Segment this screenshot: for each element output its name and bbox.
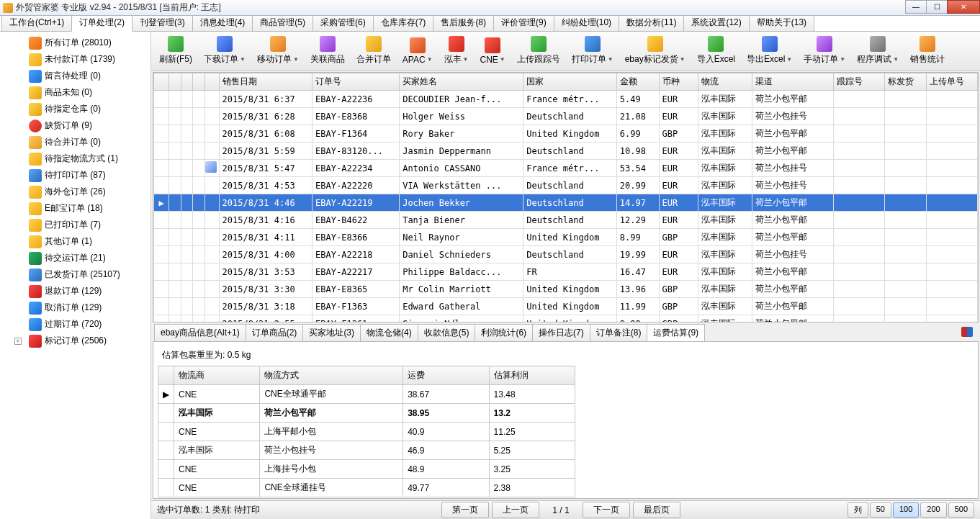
prev-page-button[interactable]: 上一页 (492, 502, 539, 518)
sidebar-item-3[interactable]: 商品未知 (0) (0, 84, 150, 101)
detail-tab-4[interactable]: 收款信息(5) (418, 324, 476, 341)
detail-tab-0[interactable]: ebay商品信息(Alt+1) (154, 324, 246, 341)
toolbar-btn-9[interactable]: 打印订单▼ (567, 34, 619, 68)
freight-row[interactable]: 泓丰国际荷兰小包挂号46.95.25 (158, 441, 575, 460)
grid-header-5[interactable]: 销售日期 (219, 73, 313, 91)
grid-row[interactable]: 2015/8/31 3:18EBAY-F1363Edward GatheralU… (154, 298, 978, 315)
grid-header-7[interactable]: 买家姓名 (400, 73, 523, 91)
grid-header-0[interactable] (154, 73, 169, 91)
grid-header-12[interactable]: 渠道 (752, 73, 834, 91)
grid-row[interactable]: 2015/8/31 5:47EBAY-A22234Antonio CASSANO… (154, 160, 978, 177)
top-tab-10[interactable]: 数据分析(11) (619, 14, 684, 31)
toolbar-btn-11[interactable]: 导入Excel (692, 34, 740, 68)
sidebar-item-17[interactable]: 过期订单 (720) (0, 316, 150, 333)
detail-tab-8[interactable]: 运费估算(9) (647, 324, 705, 341)
sidebar-item-16[interactable]: 取消订单 (129) (0, 299, 150, 316)
detail-tab-5[interactable]: 利润统计(6) (475, 324, 533, 341)
top-tab-1[interactable]: 订单处理(2) (71, 14, 132, 32)
sidebar-item-4[interactable]: 待指定仓库 (0) (0, 101, 150, 117)
sidebar-item-2[interactable]: 留言待处理 (0) (0, 68, 150, 84)
toolbar-btn-14[interactable]: 程序调试▼ (852, 34, 904, 68)
toolbar-btn-6[interactable]: 泓丰▼ (439, 34, 474, 68)
maximize-button[interactable]: ☐ (926, 0, 948, 14)
sidebar-item-18[interactable]: +标记订单 (2506) (0, 333, 150, 349)
first-page-button[interactable]: 第一页 (441, 502, 489, 518)
top-tab-8[interactable]: 评价管理(9) (493, 14, 554, 31)
page-size-列[interactable]: 列 (848, 502, 868, 518)
sidebar-item-7[interactable]: 待指定物流方式 (1) (0, 150, 150, 167)
grid-row[interactable]: 2015/8/31 6:08EBAY-F1364Rory BakerUnited… (154, 125, 978, 143)
toolbar-btn-4[interactable]: 合并订单 (351, 34, 396, 68)
sidebar-item-6[interactable]: 待合并订单 (0) (0, 134, 150, 150)
last-page-button[interactable]: 最后页 (633, 502, 680, 518)
top-tab-3[interactable]: 消息处理(4) (192, 14, 253, 31)
grid-header-1[interactable] (169, 73, 181, 91)
grid-row[interactable]: ▶2015/8/31 4:46EBAY-A22219Jochen BekkerD… (154, 194, 978, 212)
grid-row[interactable]: 2015/8/31 5:59EBAY-83120...Jasmin Depper… (154, 143, 978, 160)
sidebar-item-1[interactable]: 未付款订单 (1739) (0, 51, 150, 68)
grid-row[interactable]: 2015/8/31 4:16EBAY-B4622Tanja BienerDeut… (154, 212, 978, 229)
top-tab-6[interactable]: 仓库库存(7) (373, 14, 434, 31)
grid-header-11[interactable]: 物流 (698, 73, 752, 91)
grid-header-10[interactable]: 币种 (659, 73, 698, 91)
toolbar-btn-5[interactable]: APAC▼ (397, 34, 438, 68)
grid-row[interactable]: 2015/8/31 2:55EBAY-F1361Singani NdlovuUn… (154, 315, 978, 323)
sidebar-item-9[interactable]: 海外仓订单 (26) (0, 184, 150, 200)
sidebar-item-0[interactable]: 所有订单 (28010) (0, 35, 150, 51)
close-button[interactable]: ✕ (947, 0, 980, 14)
top-tab-11[interactable]: 系统设置(12) (683, 14, 749, 31)
sidebar-item-5[interactable]: 缺货订单 (9) (0, 117, 150, 134)
freight-header-3[interactable]: 运费 (403, 366, 489, 385)
grid-row[interactable]: 2015/8/31 4:00EBAY-A22218Daniel Schniede… (154, 246, 978, 263)
freight-row[interactable]: 泓丰国际荷兰小包平邮38.9513.2 (158, 404, 575, 423)
page-size-100[interactable]: 100 (893, 502, 919, 518)
grid-header-4[interactable] (204, 73, 219, 91)
toolbar-btn-8[interactable]: 上传跟踪号 (512, 34, 565, 68)
top-tab-9[interactable]: 纠纷处理(10) (554, 14, 619, 31)
grid-header-15[interactable]: 上传单号 (927, 73, 978, 91)
grid-header-13[interactable]: 跟踪号 (833, 73, 884, 91)
sidebar-item-14[interactable]: 已发货订单 (25107) (0, 266, 150, 283)
grid-header-6[interactable]: 订单号 (313, 73, 400, 91)
freight-header-4[interactable]: 估算利润 (489, 366, 575, 385)
freight-row[interactable]: ▶CNECNE全球通平邮38.6713.48 (158, 385, 575, 404)
grid-row[interactable]: 2015/8/31 3:53EBAY-A22217Philippe Baldac… (154, 263, 978, 281)
freight-header-2[interactable]: 物流方式 (260, 366, 403, 385)
freight-header-0[interactable] (158, 366, 174, 385)
grid-row[interactable]: 2015/8/31 3:30EBAY-E8365Mr Colin Marriot… (154, 281, 978, 298)
grid-header-2[interactable] (181, 73, 192, 91)
detail-tab-1[interactable]: 订单商品(2) (246, 324, 304, 341)
toolbar-btn-1[interactable]: 下载订单▼ (199, 34, 251, 68)
top-tab-0[interactable]: 工作台(Ctrl+1) (1, 14, 72, 31)
page-size-50[interactable]: 50 (870, 502, 891, 518)
sidebar-item-15[interactable]: 退款订单 (129) (0, 283, 150, 299)
grid-header-3[interactable] (193, 73, 204, 91)
toolbar-btn-0[interactable]: 刷新(F5) (154, 34, 197, 68)
grid-row[interactable]: 2015/8/31 4:11EBAY-E8366Neil RaynorUnite… (154, 229, 978, 246)
tree-expand-icon[interactable]: + (14, 338, 22, 345)
freight-row[interactable]: CNE上海平邮小包40.911.25 (158, 423, 575, 441)
top-tab-4[interactable]: 商品管理(5) (252, 14, 313, 31)
toolbar-btn-7[interactable]: CNE▼ (475, 34, 510, 68)
detail-tab-7[interactable]: 订单备注(8) (590, 324, 648, 341)
sidebar-item-11[interactable]: 已打印订单 (7) (0, 217, 150, 233)
grid-row[interactable]: 2015/8/31 6:37EBAY-A22236DECOUDIER Jean-… (154, 91, 978, 108)
next-page-button[interactable]: 下一页 (583, 502, 630, 518)
grid-header-14[interactable]: 标发货 (884, 73, 927, 91)
orders-grid[interactable]: 销售日期订单号买家姓名国家金额币种物流渠道跟踪号标发货上传单号2015/8/31… (153, 73, 978, 322)
top-tab-12[interactable]: 帮助关于(13) (749, 14, 814, 31)
page-size-500[interactable]: 500 (948, 502, 974, 518)
sidebar-item-10[interactable]: E邮宝订单 (18) (0, 200, 150, 217)
sidebar-item-8[interactable]: 待打印订单 (87) (0, 167, 150, 184)
grid-header-9[interactable]: 金额 (616, 73, 659, 91)
detail-tab-3[interactable]: 物流仓储(4) (360, 324, 418, 341)
top-tab-5[interactable]: 采购管理(6) (313, 14, 374, 31)
sidebar-item-13[interactable]: 待交运订单 (21) (0, 250, 150, 266)
sidebar-item-12[interactable]: 其他订单 (1) (0, 233, 150, 250)
top-tab-7[interactable]: 售后服务(8) (433, 14, 494, 31)
toolbar-btn-3[interactable]: 关联商品 (305, 34, 350, 68)
freight-table[interactable]: 物流商物流方式运费估算利润▶CNECNE全球通平邮38.6713.48泓丰国际荷… (158, 366, 575, 497)
toolbar-btn-10[interactable]: ebay标记发货▼ (620, 34, 691, 68)
toolbar-btn-15[interactable]: 销售统计 (905, 34, 950, 68)
detail-tab-2[interactable]: 买家地址(3) (302, 324, 361, 341)
